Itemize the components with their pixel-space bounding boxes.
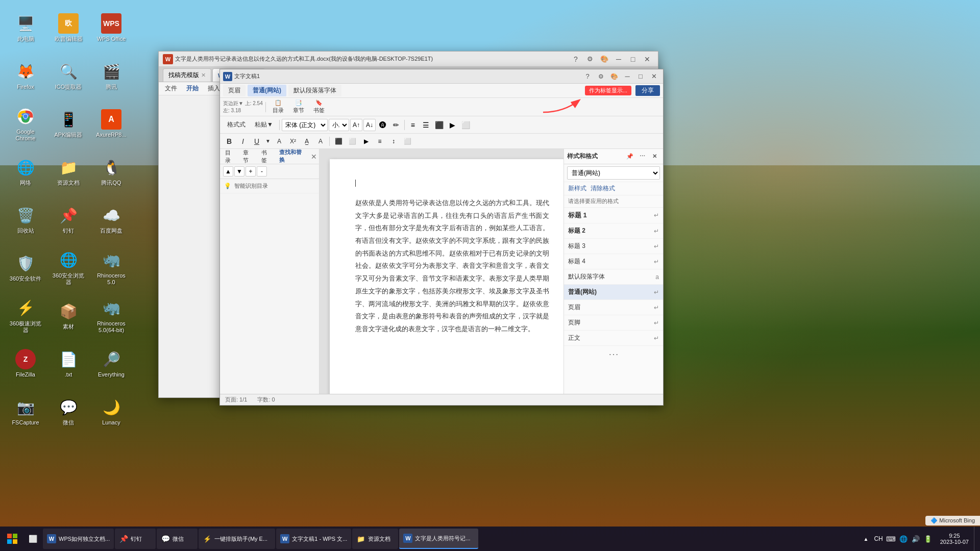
tray-volume-icon[interactable]: 🔊	[911, 534, 921, 544]
highlight-color-btn[interactable]: A̲	[301, 136, 313, 147]
toc-tab-find[interactable]: 查找和替换	[276, 149, 310, 164]
spacing-btn[interactable]: ↕	[387, 136, 400, 147]
tray-ch-input[interactable]: CH	[873, 535, 884, 542]
clear-format-btn[interactable]: 清除格式	[591, 184, 615, 193]
wps-outer-close[interactable]: ✕	[641, 54, 654, 65]
menu-file[interactable]: 文件	[161, 83, 181, 94]
desktop-icon-firefox[interactable]: 🦊 Firefox	[5, 53, 46, 99]
task-view-btn[interactable]: ⬜	[22, 529, 43, 549]
desktop-icon-recycle2[interactable]: 🗑️ 回收站	[5, 197, 46, 243]
wps-doc-area[interactable]: 赵依依是人类用符号记录表达信息以传之久远的方式和工具。现代文字大多是记录语言的工…	[320, 149, 564, 394]
desktop-icon-360dl[interactable]: ⚡ 360极速浏览器	[5, 293, 46, 339]
border-btn[interactable]: ⬜	[401, 136, 413, 147]
current-style-select[interactable]: 普通(网站)	[567, 166, 660, 180]
bookmark-btn[interactable]: 🔖书签	[309, 98, 329, 115]
wps-outer-settings[interactable]: ⚙	[583, 54, 597, 65]
toc-delete-btn[interactable]: -	[257, 166, 267, 177]
format-btn[interactable]: 格式式	[223, 119, 250, 130]
desktop-icon-recycle[interactable]: 🖥️ 此电脑	[5, 5, 46, 51]
new-style-btn[interactable]: 新样式	[568, 184, 586, 193]
toc-close-btn[interactable]: ✕	[311, 153, 317, 161]
taskbar-app-weixin[interactable]: 💬 微信	[157, 529, 198, 549]
style-item-h3[interactable]: 标题 3 ↵	[564, 239, 663, 254]
desktop-icon-360safe[interactable]: 🛡️ 360安全软件	[5, 245, 46, 291]
desktop-icon-network[interactable]: 🌐 网络	[5, 149, 46, 195]
text-art-btn[interactable]: A	[314, 136, 327, 147]
align-left-btn[interactable]: ⬛	[433, 119, 446, 131]
style-item-h2[interactable]: 标题 2 ↵	[564, 223, 663, 239]
style-item-header[interactable]: 页眉 ↵	[564, 300, 663, 315]
desktop-icon-apk[interactable]: 📱 APK编辑器	[48, 101, 89, 147]
quick-style-default[interactable]: 默认段落落字体	[288, 85, 341, 96]
toc-tab-zhanjie[interactable]: 章节	[240, 149, 257, 164]
chapter-btn[interactable]: 📑章节	[289, 98, 308, 115]
desktop-icon-ico[interactable]: 🔍 ICO提取器	[48, 53, 89, 99]
align-center-btn[interactable]: ⬜	[460, 119, 472, 131]
wps-outer-minimize[interactable]: ─	[612, 54, 625, 65]
inner-skin-btn[interactable]: 🎨	[608, 71, 620, 82]
styles-more-btn[interactable]: ⋯	[564, 346, 663, 362]
wps-tab-templates-close[interactable]: ✕	[201, 72, 206, 79]
styles-panel-pin[interactable]: 📌	[624, 152, 635, 162]
inner-settings-btn[interactable]: ⚙	[595, 71, 607, 82]
style-item-default[interactable]: 默认段落字体 a	[564, 269, 663, 285]
desktop-icon-rhino[interactable]: 🦏 Rhinoceros 5.0	[91, 245, 132, 291]
wps-outer-maximize[interactable]: □	[626, 54, 640, 65]
toc-collapse-btn[interactable]: ▲	[223, 166, 233, 177]
number-btn[interactable]: ☰	[420, 119, 432, 131]
tray-network-icon[interactable]: 🌐	[898, 534, 909, 544]
desktop-icon-dianying[interactable]: 🎬 腾讯	[91, 53, 132, 99]
font-increase-btn[interactable]: A↑	[350, 119, 362, 131]
taskbar-app-wps-help[interactable]: W WPS如何独立文档...	[43, 529, 114, 549]
underline-btn[interactable]: U	[251, 136, 263, 147]
desktop-icon-eps[interactable]: 欧 欧普编辑器	[48, 5, 89, 51]
underline-drop[interactable]: ▼	[264, 136, 272, 147]
share-btn[interactable]: 分享	[635, 85, 660, 96]
desktop-icon-wps[interactable]: WPS WPS Office	[91, 5, 132, 51]
paste-btn[interactable]: 粘贴▼	[251, 119, 277, 130]
desktop-icon-filezilla[interactable]: Z FileZilla	[5, 341, 46, 387]
justify-btn[interactable]: ≡	[374, 136, 386, 147]
inner-maximize-btn[interactable]: □	[634, 71, 647, 82]
wps-outer-skin[interactable]: 🎨	[598, 54, 611, 65]
align-center2-btn[interactable]: ⬜	[346, 136, 358, 147]
taskbar-app-docs[interactable]: 📁 资源文档	[352, 529, 398, 549]
superscript-btn[interactable]: X²	[287, 136, 299, 147]
style-item-h4[interactable]: 标题 4 ↵	[564, 254, 663, 269]
desktop-icon-baiduyun[interactable]: ☁️ 百度网盘	[91, 197, 132, 243]
style-item-normal-web[interactable]: 普通(网站) ↵	[564, 285, 663, 300]
smart-toc-btn[interactable]: 💡 智能识别目录	[220, 179, 319, 193]
desktop-icon-rhino64[interactable]: 🦏 Rhinoceros 5.0(64-bit)	[91, 293, 132, 339]
style-item-body[interactable]: 正文 ↵	[564, 331, 663, 346]
align-right-btn[interactable]: ▶	[447, 119, 459, 131]
desktop-icon-dingding[interactable]: 📌 钉钉	[48, 197, 89, 243]
inner-minimize-btn[interactable]: ─	[621, 71, 633, 82]
taskbar-app-wps-active[interactable]: W 文字是人类用符号记...	[399, 529, 478, 549]
align-right2-btn[interactable]: ▶	[360, 136, 372, 147]
desktop-icon-axure[interactable]: A AxureRP8...	[91, 101, 132, 147]
tray-keyboard-icon[interactable]: ⌨	[886, 534, 896, 544]
toc-tab-shuqian[interactable]: 书签	[258, 149, 275, 164]
font-decrease-btn[interactable]: A↓	[363, 119, 376, 131]
desktop-icon-qq[interactable]: 🐧 腾讯QQ	[91, 149, 132, 195]
wps-outer-help[interactable]: ?	[569, 54, 582, 65]
font-family-select[interactable]: 宋体 (正文)	[282, 119, 328, 131]
inner-help-btn[interactable]: ?	[581, 71, 594, 82]
toc-btn[interactable]: 📋目录	[268, 98, 288, 115]
inner-close-btn[interactable]: ✕	[648, 71, 660, 82]
style-item-h1[interactable]: 标题 1 ↵	[564, 208, 663, 223]
styles-panel-close[interactable]: ✕	[649, 152, 660, 162]
taskbar-app-helper[interactable]: ⚡ 一键排版助手(My E...	[199, 529, 275, 549]
quick-style-putong[interactable]: 普通(网站)	[248, 85, 286, 96]
desktop-icon-everything[interactable]: 🔎 Everything	[91, 341, 132, 387]
toc-add-btn[interactable]: +	[246, 166, 256, 177]
bold-btn[interactable]: B	[223, 136, 235, 147]
document-text[interactable]: 赵依依是人类用符号记录表达信息以传之久远的方式和工具。现代文字大多是记录语言的工…	[355, 197, 549, 336]
desktop-icon-txt[interactable]: 📄 .txt	[48, 341, 89, 387]
quick-style-yeye[interactable]: 页眉	[223, 85, 246, 96]
desktop-icon-weixin[interactable]: 💬 微信	[48, 389, 89, 435]
toc-tab-mulu[interactable]: 目录	[222, 149, 239, 164]
highlight-btn[interactable]: ✏	[390, 119, 402, 131]
italic-btn[interactable]: I	[237, 136, 249, 147]
font-color-btn[interactable]: A	[273, 136, 285, 147]
